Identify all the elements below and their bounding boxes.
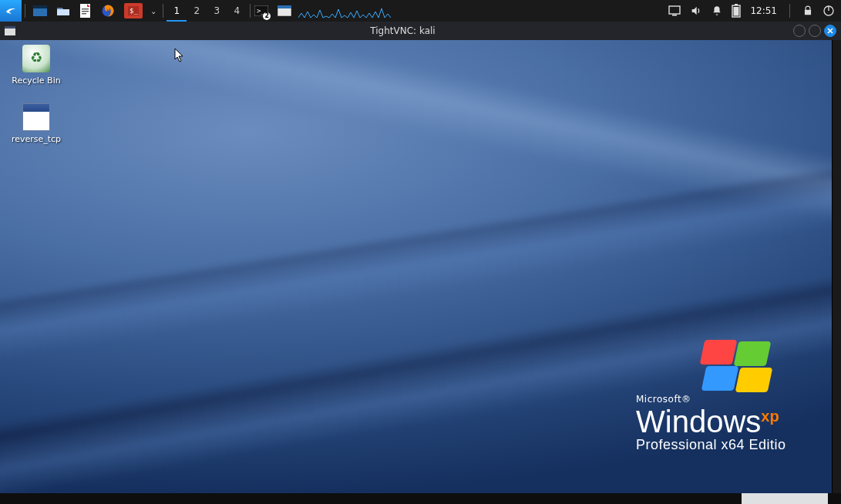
workspace-1[interactable]: 1	[167, 0, 187, 22]
brand-xp-text: xp	[761, 408, 779, 425]
separator	[25, 4, 25, 18]
svg-rect-13	[278, 5, 291, 8]
svg-rect-14	[669, 6, 680, 14]
display-applet[interactable]	[668, 5, 681, 16]
windows-xp-branding: Microsoft® Windowsxp Professional x64 Ed…	[636, 394, 832, 453]
desktop-icon	[33, 5, 47, 16]
svg-rect-5	[82, 11, 89, 12]
window-minimize-button[interactable]	[793, 25, 806, 37]
network-monitor-applet[interactable]	[298, 2, 391, 19]
workspace-label: 2	[194, 5, 200, 16]
battery-applet[interactable]	[732, 4, 741, 18]
vnc-window-titlebar[interactable]: TightVNC: kali	[0, 22, 841, 40]
firefox-icon	[101, 4, 115, 18]
document-icon	[79, 4, 92, 18]
workspace-label: 4	[234, 5, 241, 16]
volume-icon	[690, 5, 702, 17]
workspace-label: 1	[174, 5, 180, 16]
notifications-applet[interactable]	[711, 5, 722, 17]
panel-right-tray: 12:51	[668, 0, 841, 22]
text-editor-button[interactable]	[75, 0, 96, 22]
panel-clock[interactable]: 12:51	[750, 5, 777, 16]
volume-applet[interactable]	[690, 5, 702, 17]
svg-rect-1	[33, 5, 47, 8]
kali-dragon-icon	[5, 3, 17, 18]
display-icon	[668, 5, 681, 16]
separator	[163, 4, 163, 18]
desktop-icon-label: reverse_tcp	[9, 134, 63, 144]
taskbar-vnc-window[interactable]	[277, 3, 292, 18]
vnc-window-icon	[278, 5, 291, 16]
taskbar-terminal-group[interactable]: >_ 2	[254, 3, 269, 18]
desktop-icon-label: Recycle Bin	[9, 76, 63, 86]
close-icon	[826, 27, 834, 35]
brand-product: Windowsxp	[636, 406, 832, 437]
kali-top-panel: $_ ⌄ 1 2 3 4 >_ 2	[0, 0, 841, 22]
windows-flag-icon	[702, 340, 770, 394]
workspace-4[interactable]: 4	[227, 0, 247, 22]
vnc-viewport: Recycle Bin reverse_tcp Microsoft® Windo…	[0, 40, 841, 504]
show-desktop-button[interactable]	[29, 0, 52, 22]
vnc-horizontal-scrollbar[interactable]	[0, 493, 841, 504]
separator	[789, 4, 790, 18]
separator	[250, 4, 251, 18]
window-icon	[5, 26, 15, 35]
workspace-3[interactable]: 3	[207, 0, 227, 22]
window-close-button[interactable]	[824, 25, 836, 37]
recycle-bin-icon	[22, 45, 50, 72]
desktop-icon-reverse-tcp[interactable]: reverse_tcp	[9, 103, 63, 144]
vnc-window-title: TightVNC: kali	[15, 25, 790, 36]
workspace-2[interactable]: 2	[187, 0, 207, 22]
brand-product-text: Windows	[636, 405, 761, 438]
power-icon	[822, 5, 835, 17]
svg-text:$_: $_	[130, 7, 138, 15]
svg-rect-6	[82, 13, 86, 14]
folder-icon	[56, 5, 70, 16]
svg-rect-17	[735, 4, 738, 5]
terminal-launcher[interactable]: $_	[119, 0, 147, 22]
firefox-button[interactable]	[96, 0, 119, 22]
xp-remote-desktop[interactable]: Recycle Bin reverse_tcp Microsoft® Windo…	[0, 40, 832, 493]
terminal-icon: $_	[124, 3, 143, 18]
lock-screen-button[interactable]	[802, 5, 813, 17]
power-button[interactable]	[822, 5, 835, 17]
lock-icon	[802, 5, 813, 17]
file-manager-button[interactable]	[52, 0, 75, 22]
svg-rect-18	[734, 7, 739, 16]
vnc-vertical-scrollbar[interactable]	[832, 40, 841, 493]
svg-rect-4	[82, 8, 89, 9]
desktop-icon-recycle-bin[interactable]: Recycle Bin	[9, 45, 63, 86]
brand-company: Microsoft®	[636, 394, 832, 405]
vnc-window-menu-icon[interactable]	[5, 26, 15, 35]
svg-rect-22	[5, 26, 15, 29]
window-maximize-button[interactable]	[809, 25, 821, 37]
task-count-badge: 2	[263, 12, 271, 20]
network-graph-icon	[298, 2, 391, 19]
batch-file-icon	[22, 103, 50, 131]
terminal-dropdown-button[interactable]: ⌄	[147, 7, 160, 15]
brand-edition: Professional x64 Editio	[636, 437, 832, 453]
bell-icon	[711, 5, 722, 17]
kali-menu-button[interactable]	[0, 0, 22, 22]
svg-rect-15	[672, 15, 677, 16]
workspace-label: 3	[214, 5, 220, 16]
scrollbar-thumb[interactable]	[742, 493, 828, 504]
battery-icon	[732, 4, 741, 18]
panel-left-tray: $_ ⌄ 1 2 3 4 >_ 2	[0, 0, 292, 22]
